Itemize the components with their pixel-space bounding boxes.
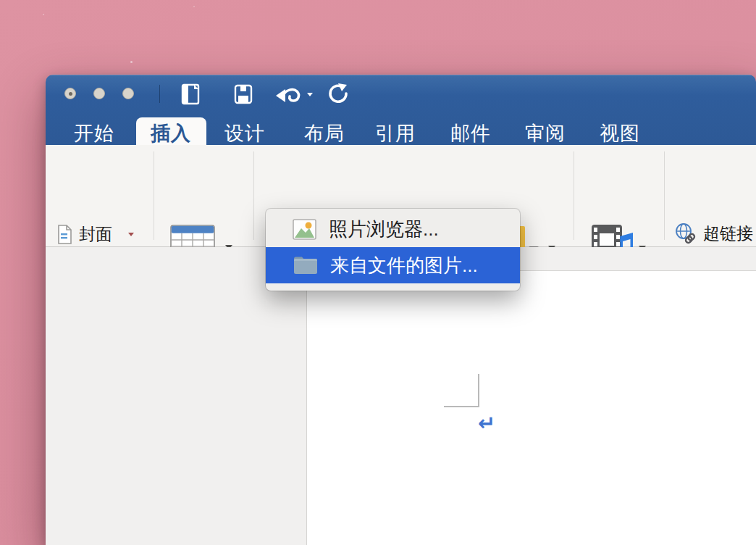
redo-icon — [327, 83, 349, 106]
tab-layout[interactable]: 布局 — [304, 120, 345, 146]
margin-corner-mark — [478, 374, 479, 407]
undo-icon — [274, 83, 303, 105]
group-divider — [574, 151, 574, 240]
group-divider — [253, 151, 254, 240]
group-divider — [154, 151, 154, 240]
undo-dropdown-button[interactable] — [304, 81, 316, 107]
tab-view[interactable]: 视图 — [600, 120, 640, 146]
zoom-button[interactable] — [122, 88, 134, 99]
save-button[interactable] — [232, 81, 254, 107]
menu-item-label: 照片浏览器... — [329, 217, 439, 242]
save-icon — [234, 84, 253, 104]
minimize-button[interactable] — [93, 88, 105, 99]
sparkle-dot — [130, 61, 133, 63]
hyperlink-icon — [675, 222, 697, 244]
group-divider — [664, 151, 665, 240]
tab-design[interactable]: 设计 — [224, 120, 265, 146]
toolbar-divider — [159, 85, 160, 103]
sparkle-dot — [43, 14, 44, 15]
chevron-down-icon — [128, 233, 134, 236]
paragraph-mark: ↵ — [478, 413, 495, 434]
tab-mailings[interactable]: 邮件 — [450, 120, 491, 146]
word-window: 开始 插入 设计 布局 引用 邮件 审阅 视图 封面 — [46, 75, 756, 545]
tab-insert[interactable]: 插入 — [151, 120, 191, 146]
pictures-dropdown-menu: 照片浏览器... 来自文件的图片... — [266, 209, 520, 291]
hyperlink-label: 超链接 — [703, 222, 753, 245]
margin-corner-mark — [444, 406, 479, 407]
document-page[interactable]: ↵ — [306, 270, 756, 545]
undo-button[interactable] — [273, 81, 303, 107]
menu-item-photo-browser[interactable]: 照片浏览器... — [266, 211, 520, 247]
redo-button[interactable] — [327, 81, 350, 107]
photo-browser-icon — [293, 217, 316, 241]
cover-page-button[interactable]: 封面 — [57, 223, 134, 245]
tab-references[interactable]: 引用 — [375, 120, 416, 146]
close-icon — [69, 92, 72, 96]
new-document-icon — [181, 83, 203, 105]
sparkle-dot — [193, 6, 195, 7]
document-area: ↵ — [46, 247, 756, 545]
close-button[interactable] — [64, 88, 76, 99]
cover-page-icon — [57, 225, 72, 244]
tab-home[interactable]: 开始 — [74, 120, 114, 146]
menu-item-label: 来自文件的图片... — [330, 253, 478, 278]
menu-item-picture-from-file[interactable]: 来自文件的图片... — [266, 247, 520, 283]
hyperlink-button[interactable]: 超链接 — [675, 222, 753, 244]
desktop-background: 开始 插入 设计 布局 引用 邮件 审阅 视图 封面 — [0, 0, 756, 545]
tab-review[interactable]: 审阅 — [525, 120, 566, 146]
titlebar: 开始 插入 设计 布局 引用 邮件 审阅 视图 — [46, 75, 756, 145]
folder-icon — [293, 254, 318, 276]
cover-page-label: 封面 — [79, 223, 112, 246]
new-document-button[interactable] — [178, 81, 206, 107]
chevron-down-icon — [307, 93, 313, 96]
